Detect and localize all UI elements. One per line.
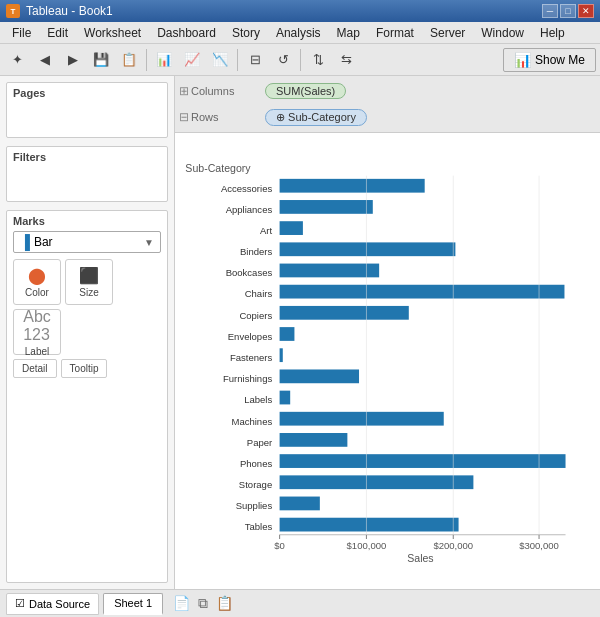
label-button[interactable]: Abc123 Label [13, 309, 61, 355]
svg-rect-32 [280, 497, 320, 511]
color-button[interactable]: ⬤ Color [13, 259, 61, 305]
svg-text:Machines: Machines [231, 416, 272, 427]
menu-bar: File Edit Worksheet Dashboard Story Anal… [0, 22, 600, 44]
filter-button[interactable]: ⊟ [242, 47, 268, 73]
title-bar-controls[interactable]: ─ □ ✕ [542, 4, 594, 18]
detail-button[interactable]: Detail [13, 359, 57, 378]
columns-label-text: Columns [191, 85, 234, 97]
svg-text:Binders: Binders [240, 246, 273, 257]
chart-bar-button[interactable]: 📈 [179, 47, 205, 73]
size-label: Size [79, 287, 98, 298]
duplicate-button[interactable]: 📋 [116, 47, 142, 73]
svg-rect-12 [280, 285, 565, 299]
svg-text:$300,000: $300,000 [519, 540, 559, 551]
new-story-icon[interactable]: 📋 [214, 593, 235, 614]
svg-text:$0: $0 [274, 540, 285, 551]
new-button[interactable]: ✦ [4, 47, 30, 73]
dropdown-arrow-icon: ▼ [144, 237, 154, 248]
columns-shelf-label: ⊞ Columns [179, 84, 259, 98]
show-me-icon: 📊 [514, 52, 531, 68]
marks-title: Marks [13, 215, 161, 227]
main-layout: Pages Filters Marks ▐ Bar ▼ ⬤ Color ⬛ [0, 76, 600, 589]
label-icon: Abc123 [23, 308, 51, 344]
bottom-icons: 📄 ⧉ 📋 [171, 593, 235, 614]
datasource-tab[interactable]: ☑ Data Source [6, 593, 99, 615]
show-me-button[interactable]: 📊 Show Me [503, 48, 596, 72]
tooltip-button[interactable]: Tooltip [61, 359, 108, 378]
save-button[interactable]: 💾 [88, 47, 114, 73]
new-sheet-icon[interactable]: 📄 [171, 593, 192, 614]
marks-buttons-container: ⬤ Color ⬛ Size Abc123 Label [13, 259, 161, 355]
separator-3 [300, 49, 301, 71]
svg-text:Tables: Tables [245, 521, 273, 532]
menu-file[interactable]: File [4, 22, 39, 43]
svg-rect-20 [280, 369, 359, 383]
new-dashboard-icon[interactable]: ⧉ [196, 593, 210, 614]
rows-pill-text: Sub-Category [288, 111, 356, 123]
svg-rect-26 [280, 433, 348, 447]
rows-shelf-label: ⊟ Rows [179, 110, 259, 124]
bar-chart-icon: ▐ [20, 234, 30, 250]
app-icon: T [6, 4, 20, 18]
svg-text:Bookcases: Bookcases [226, 267, 273, 278]
svg-text:Fasteners: Fasteners [230, 352, 273, 363]
menu-dashboard[interactable]: Dashboard [149, 22, 224, 43]
forward-button[interactable]: ▶ [60, 47, 86, 73]
svg-rect-10 [280, 264, 380, 278]
label-label: Label [25, 346, 49, 357]
svg-rect-22 [280, 391, 291, 405]
menu-help[interactable]: Help [532, 22, 573, 43]
separator-1 [146, 49, 147, 71]
back-button[interactable]: ◀ [32, 47, 58, 73]
filters-section: Filters [6, 146, 168, 202]
sort-desc-button[interactable]: ⇆ [333, 47, 359, 73]
pages-title: Pages [13, 87, 161, 99]
svg-text:Copiers: Copiers [239, 310, 272, 321]
chart-type-button[interactable]: 📊 [151, 47, 177, 73]
columns-shelf-row: ⊞ Columns SUM(Sales) [179, 78, 596, 104]
window-title: Tableau - Book1 [26, 4, 113, 18]
menu-format[interactable]: Format [368, 22, 422, 43]
menu-server[interactable]: Server [422, 22, 473, 43]
maximize-button[interactable]: □ [560, 4, 576, 18]
chart-area: ⊞ Columns SUM(Sales) ⊟ Rows ⊕ Sub-Catego… [175, 76, 600, 589]
pages-content [13, 103, 161, 133]
svg-rect-14 [280, 306, 409, 320]
columns-grid-icon: ⊞ [179, 84, 189, 98]
rows-label-text: Rows [191, 111, 219, 123]
menu-edit[interactable]: Edit [39, 22, 76, 43]
svg-text:Accessories: Accessories [221, 183, 273, 194]
columns-pill[interactable]: SUM(Sales) [265, 83, 346, 99]
menu-map[interactable]: Map [329, 22, 368, 43]
rows-shelf-row: ⊟ Rows ⊕ Sub-Category [179, 104, 596, 130]
svg-text:$200,000: $200,000 [433, 540, 473, 551]
svg-text:Storage: Storage [239, 479, 272, 490]
sheet1-label: Sheet 1 [114, 597, 152, 609]
menu-window[interactable]: Window [473, 22, 532, 43]
svg-rect-8 [280, 242, 456, 256]
menu-worksheet[interactable]: Worksheet [76, 22, 149, 43]
bottom-bar: ☑ Data Source Sheet 1 📄 ⧉ 📋 [0, 589, 600, 617]
svg-text:Phones: Phones [240, 458, 273, 469]
svg-text:Labels: Labels [244, 394, 272, 405]
sheet1-tab[interactable]: Sheet 1 [103, 593, 163, 615]
svg-rect-24 [280, 412, 444, 426]
rows-pill[interactable]: ⊕ Sub-Category [265, 109, 367, 126]
menu-analysis[interactable]: Analysis [268, 22, 329, 43]
datasource-icon: ☑ [15, 597, 25, 610]
svg-rect-16 [280, 327, 295, 341]
pages-section: Pages [6, 82, 168, 138]
menu-story[interactable]: Story [224, 22, 268, 43]
minimize-button[interactable]: ─ [542, 4, 558, 18]
sort-asc-button[interactable]: ⇅ [305, 47, 331, 73]
svg-text:Supplies: Supplies [236, 500, 273, 511]
size-button[interactable]: ⬛ Size [65, 259, 113, 305]
size-icon: ⬛ [79, 266, 99, 285]
refresh-button[interactable]: ↺ [270, 47, 296, 73]
separator-2 [237, 49, 238, 71]
close-button[interactable]: ✕ [578, 4, 594, 18]
svg-rect-4 [280, 200, 373, 214]
svg-text:Sales: Sales [407, 552, 433, 564]
marks-type-dropdown[interactable]: ▐ Bar ▼ [13, 231, 161, 253]
chart-combo-button[interactable]: 📉 [207, 47, 233, 73]
